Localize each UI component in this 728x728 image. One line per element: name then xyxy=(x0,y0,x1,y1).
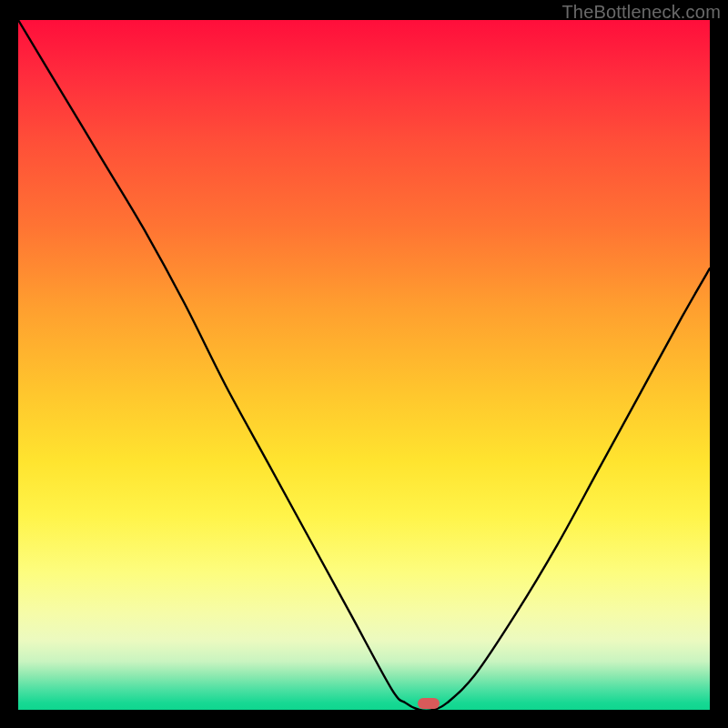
plot-area xyxy=(18,20,710,710)
curve-path xyxy=(18,20,710,710)
minimum-marker xyxy=(418,698,440,709)
chart-frame: TheBottleneck.com xyxy=(0,0,728,728)
bottleneck-curve xyxy=(18,20,710,710)
watermark-label: TheBottleneck.com xyxy=(561,2,721,23)
